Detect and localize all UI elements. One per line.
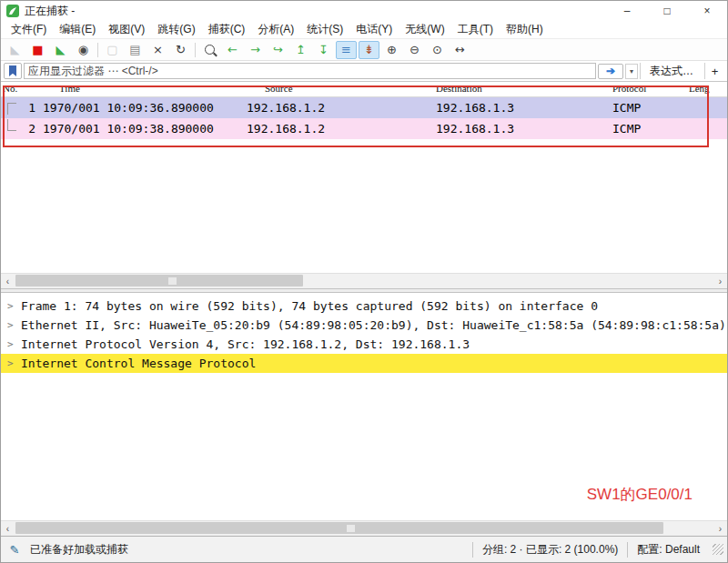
window-controls: –□× (607, 1, 727, 21)
scroll-right-icon[interactable]: › (713, 521, 727, 536)
packet-list-hscrollbar[interactable]: ‹ › (1, 273, 727, 288)
cell-time: 1970/001 10:09:36.890000 (43, 97, 214, 118)
scroll-left-icon[interactable]: ‹ (1, 274, 15, 288)
close-button[interactable]: × (687, 1, 727, 21)
maximize-button[interactable]: □ (647, 1, 687, 21)
menu-telephony[interactable]: 电话(Y) (349, 21, 399, 38)
filter-bar: ➔ ▾ 表达式… + (1, 61, 727, 82)
expert-info-button[interactable]: ✎ (5, 540, 25, 558)
menu-analyze[interactable]: 分析(A) (251, 21, 300, 38)
go-to-packet-button[interactable]: ↪ (268, 41, 288, 59)
menu-help[interactable]: 帮助(H) (500, 21, 550, 38)
zoom-reset-icon: ⊙ (432, 44, 442, 55)
chevron-down-icon: ▾ (630, 67, 633, 75)
detail-row-1[interactable]: >Ethernet II, Src: HuaweiTe_05:20:b9 (54… (1, 316, 727, 335)
expander-icon[interactable]: > (7, 335, 14, 354)
shark-fin-icon: ◣ (11, 44, 20, 55)
arrow-to-bottom-icon: ↧ (318, 44, 329, 55)
restart-capture-button[interactable]: ◣ (50, 41, 71, 59)
minimize-button[interactable]: – (607, 1, 647, 21)
zoom-in-button[interactable]: ⊕ (381, 41, 402, 59)
colorize-button[interactable]: ≡ (336, 41, 357, 59)
toolbar-separator (97, 43, 98, 57)
apply-arrow-icon: ➔ (606, 65, 615, 77)
column-header-destination[interactable]: Destination (436, 83, 482, 94)
packet-row-1[interactable]: 11970/001 10:09:36.890000192.168.1.2192.… (1, 97, 727, 118)
detail-row-0[interactable]: >Frame 1: 74 bytes on wire (592 bits), 7… (1, 297, 727, 316)
packet-row-2[interactable]: 21970/001 10:09:38.890000192.168.1.2192.… (1, 118, 727, 139)
minimize-icon: – (624, 5, 631, 17)
bookmark-icon (9, 65, 16, 76)
menu-statistics[interactable]: 统计(S) (300, 21, 349, 38)
first-packet-button[interactable]: ↥ (290, 41, 311, 59)
save-file-button[interactable]: ▤ (125, 41, 146, 59)
close-file-button[interactable]: × (147, 41, 168, 59)
menu-capture[interactable]: 捕获(C) (202, 21, 252, 38)
resize-columns-button[interactable]: ↔ (450, 41, 470, 59)
maximize-icon: □ (663, 5, 670, 17)
add-filter-button[interactable]: + (704, 63, 724, 79)
status-packet-counts: 分组: 2 · 已显示: 2 (100.0%) (472, 542, 627, 558)
open-file-button[interactable]: ▢ (102, 41, 123, 59)
menu-view[interactable]: 视图(V) (102, 21, 151, 38)
status-profile[interactable]: 配置: Default (627, 542, 709, 558)
status-left: ✎ 已准备好加载或捕获 (5, 540, 472, 558)
scrollbar-thumb[interactable] (15, 522, 663, 534)
filter-bookmark-button[interactable] (4, 63, 22, 79)
start-capture-button[interactable]: ◣ (5, 41, 25, 59)
display-filter-input[interactable] (24, 63, 596, 79)
zoom-in-icon: ⊕ (387, 44, 397, 55)
reload-icon: ↻ (176, 44, 186, 55)
previous-packet-button[interactable]: ← (222, 41, 243, 59)
reload-button[interactable]: ↻ (170, 41, 191, 59)
cell-source: 192.168.1.2 (247, 118, 325, 139)
detail-text: Ethernet II, Src: HuaweiTe_05:20:b9 (54:… (21, 316, 726, 335)
column-header-source[interactable]: Source (265, 83, 293, 94)
detail-text: Internet Control Message Protocol (21, 354, 256, 373)
scroll-right-icon[interactable]: › (713, 274, 727, 288)
go-to-icon: ↪ (273, 44, 283, 55)
detail-hscrollbar[interactable]: ‹ › (1, 520, 727, 536)
auto-scroll-icon: ⇟ (364, 44, 374, 55)
window-title: 正在捕获 - (25, 4, 607, 19)
expander-icon[interactable]: > (7, 316, 14, 335)
next-packet-button[interactable]: → (245, 41, 266, 59)
zoom-out-icon: ⊖ (410, 44, 420, 55)
column-header-time[interactable]: Time (59, 83, 80, 94)
scroll-left-icon[interactable]: ‹ (1, 521, 15, 536)
capture-options-button[interactable]: ◉ (73, 41, 94, 59)
folder-open-icon: ▢ (106, 44, 117, 55)
stop-icon: ■ (32, 44, 43, 55)
column-header-protocol[interactable]: Protocol (612, 83, 646, 94)
save-icon: ▤ (129, 44, 140, 55)
resize-grip-icon[interactable] (713, 544, 723, 555)
find-packet-button[interactable] (199, 41, 220, 59)
menu-wireless[interactable]: 无线(W) (399, 21, 450, 38)
column-header-length[interactable]: Leng (689, 83, 710, 94)
menu-edit[interactable]: 编辑(E) (53, 21, 102, 38)
detail-row-3[interactable]: >Internet Control Message Protocol (1, 354, 727, 373)
zoom-out-button[interactable]: ⊖ (404, 41, 425, 59)
expander-icon[interactable]: > (7, 297, 14, 316)
arrow-to-top-icon: ↥ (296, 44, 306, 55)
detail-row-2[interactable]: >Internet Protocol Version 4, Src: 192.1… (1, 335, 727, 354)
expression-button[interactable]: 表达式… (640, 63, 703, 79)
zoom-reset-button[interactable]: ⊙ (427, 41, 448, 59)
scrollbar-thumb[interactable] (15, 275, 303, 287)
expander-icon[interactable]: > (7, 354, 14, 373)
stop-capture-button[interactable]: ■ (27, 41, 48, 59)
menu-tools[interactable]: 工具(T) (451, 21, 500, 38)
filter-dropdown-button[interactable]: ▾ (625, 64, 638, 79)
menu-file[interactable]: 文件(F) (5, 21, 53, 38)
column-header-no[interactable]: No. (3, 83, 17, 94)
arrow-right-icon: → (250, 44, 260, 55)
wireshark-logo-icon (6, 5, 19, 17)
last-packet-button[interactable]: ↧ (313, 41, 334, 59)
cell-protocol: ICMP (612, 118, 641, 139)
magnifier-icon (205, 45, 215, 55)
scrollbar-grip (347, 525, 355, 532)
auto-scroll-button[interactable]: ⇟ (359, 41, 379, 59)
apply-filter-button[interactable]: ➔ (598, 64, 623, 79)
cell-time: 1970/001 10:09:38.890000 (43, 118, 214, 139)
menu-go[interactable]: 跳转(G) (151, 21, 201, 38)
